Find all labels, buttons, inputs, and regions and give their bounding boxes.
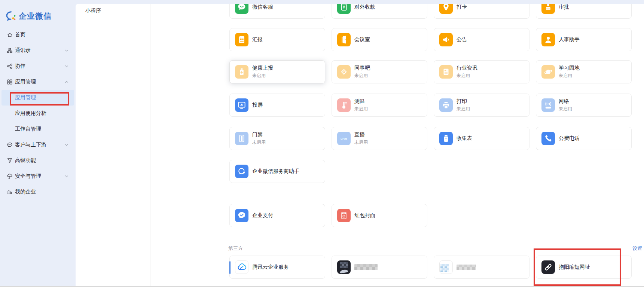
- app-card[interactable]: 红包封面: [332, 204, 427, 227]
- mosaic-dark-icon: [337, 260, 351, 274]
- planet-icon: [541, 65, 555, 79]
- nav-label: 工作台管理: [15, 126, 41, 132]
- sidebar-subitem-app-management[interactable]: 应用管理: [1, 90, 74, 106]
- chain-link-icon: [541, 260, 555, 274]
- app-name: 公费电话: [559, 135, 580, 142]
- wecom-logo-icon: [5, 10, 16, 22]
- sidebar-item-security[interactable]: 安全与管理: [0, 168, 76, 184]
- app-card[interactable]: 投屏: [229, 94, 325, 117]
- app-card[interactable]: 收集表: [434, 127, 529, 150]
- app-name: 打卡: [457, 4, 467, 10]
- app-card[interactable]: 公告: [434, 28, 529, 51]
- app-card[interactable]: 打卡: [434, 4, 529, 19]
- sidebar: 企业微信 首页通讯录协作应用管理应用管理应用使用分析工作台管理客户与上下游高级功…: [0, 0, 76, 287]
- app-name: 会议室: [354, 36, 370, 43]
- app-text: 打卡: [457, 4, 467, 10]
- chevron-up-icon: [64, 80, 69, 84]
- sidebar-item-collaboration[interactable]: 协作: [0, 58, 76, 74]
- app-text: 同事吧未启用: [354, 65, 370, 79]
- app-card[interactable]: 抱阳缩短网址: [536, 256, 632, 279]
- live-icon: LIVE: [337, 132, 351, 145]
- app-status: 未启用: [252, 139, 266, 146]
- nav-label: 应用使用分析: [15, 110, 46, 117]
- org-chart-icon: [7, 48, 13, 54]
- person-icon: [541, 33, 555, 46]
- app-status: 未启用: [457, 73, 477, 79]
- app-card[interactable]: 企业微信服务商助手: [229, 160, 325, 183]
- app-card[interactable]: 审批: [536, 4, 632, 19]
- app-name: 人事助手: [559, 36, 580, 43]
- app-card[interactable]: 腾讯云企业服务: [229, 256, 325, 279]
- app-name: 同事吧: [354, 65, 370, 71]
- sidebar-item-customers[interactable]: 客户与上下游: [0, 137, 76, 153]
- app-card[interactable]: 门禁未启用: [229, 127, 325, 150]
- sidebar-subitem-app-usage-analytics[interactable]: 应用使用分析: [1, 106, 74, 121]
- app-row: 微信客服¥对外收款打卡审批: [229, 4, 632, 19]
- chevron-down-icon: [64, 174, 69, 178]
- app-name: 红包封面: [354, 212, 375, 219]
- app-card[interactable]: LIVE直播未启用: [332, 127, 427, 150]
- app-card-redacted[interactable]: [332, 256, 427, 279]
- sidebar-item-app-management[interactable]: 应用管理: [0, 74, 76, 90]
- app-row: 健康上报未启用同事吧未启用行业资讯未启用学习园地未启用: [229, 60, 632, 83]
- app-card[interactable]: 人事助手: [536, 28, 632, 51]
- app-text: 对外收款: [354, 4, 375, 10]
- app-card[interactable]: 汇报: [229, 28, 325, 51]
- subnav-item-mini-programs[interactable]: 小程序: [76, 4, 150, 14]
- app-card[interactable]: 行业资讯未启用: [434, 60, 529, 83]
- sidebar-subitem-workbench-management[interactable]: 工作台管理: [1, 121, 74, 137]
- app-text: 抱阳缩短网址: [559, 264, 590, 271]
- sidebar-item-my-company[interactable]: 我的企业: [0, 184, 76, 200]
- app-text: 测温未启用: [354, 98, 368, 112]
- third-party-settings-link[interactable]: 设置: [632, 245, 642, 252]
- wecom-bubble-icon: [235, 165, 248, 178]
- app-card[interactable]: 会议室: [332, 28, 427, 51]
- brand-name: 企业微信: [19, 11, 52, 21]
- app-card[interactable]: 微信客服: [229, 4, 325, 19]
- location-pin-icon: [439, 4, 453, 14]
- nav-label: 高级功能: [15, 157, 36, 164]
- app-status: 未启用: [354, 106, 368, 112]
- app-row: 腾讯云企业服务抱阳缩短网址: [229, 256, 632, 279]
- nav-label: 安全与管理: [15, 173, 41, 180]
- report-doc-icon: [235, 33, 248, 46]
- home-icon: [7, 32, 13, 38]
- sidebar-item-contacts[interactable]: 通讯录: [0, 43, 76, 58]
- app-card[interactable]: 同事吧未启用: [332, 60, 427, 83]
- app-card[interactable]: ¥对外收款: [332, 4, 427, 19]
- app-status: 未启用: [457, 106, 470, 112]
- app-name: 微信客服: [252, 4, 273, 10]
- app-name: 直播: [354, 131, 368, 138]
- app-card[interactable]: 网络未启用: [536, 94, 632, 117]
- chat-bubble-dots-icon: [7, 142, 13, 148]
- app-card[interactable]: 测温未启用: [332, 94, 427, 117]
- chevron-down-icon: [64, 143, 69, 147]
- app-card[interactable]: 健康上报未启用: [229, 60, 325, 83]
- app-card[interactable]: 打印未启用: [434, 94, 529, 117]
- app-name: 门禁: [252, 131, 266, 138]
- app-text: 企业微信服务商助手: [252, 168, 299, 175]
- svg-text:¥: ¥: [343, 5, 345, 9]
- app-text: 网络未启用: [559, 98, 572, 112]
- main-panel: 第三方 设置 微信客服¥对外收款打卡审批汇报会议室公告人事助手健康上报未启用同事…: [151, 4, 644, 287]
- app-card-redacted[interactable]: [434, 256, 529, 279]
- chevron-down-icon: [64, 48, 69, 53]
- sidebar-item-advanced-features[interactable]: 高级功能: [0, 153, 76, 168]
- gate-door-icon: [235, 132, 248, 145]
- app-name: 抱阳缩短网址: [559, 264, 590, 271]
- app-card[interactable]: 公费电话: [536, 127, 632, 150]
- app-row: 汇报会议室公告人事助手: [229, 28, 632, 51]
- phone-icon: [541, 132, 555, 145]
- app-text: 门禁未启用: [252, 131, 266, 146]
- sidebar-item-home[interactable]: 首页: [0, 27, 76, 43]
- nav-label: 协作: [15, 63, 25, 70]
- tencent-cloud-icon: [235, 260, 248, 274]
- thermometer-icon: [337, 98, 351, 112]
- chat-bubble-icon: [235, 4, 248, 14]
- app-row: 企业支付红包封面: [229, 204, 427, 227]
- app-text: 直播未启用: [354, 131, 368, 146]
- redacted-app-name: [457, 265, 476, 270]
- app-card[interactable]: 企业支付: [229, 204, 325, 227]
- nav-label: 客户与上下游: [15, 141, 46, 148]
- app-card[interactable]: 学习园地未启用: [536, 60, 632, 83]
